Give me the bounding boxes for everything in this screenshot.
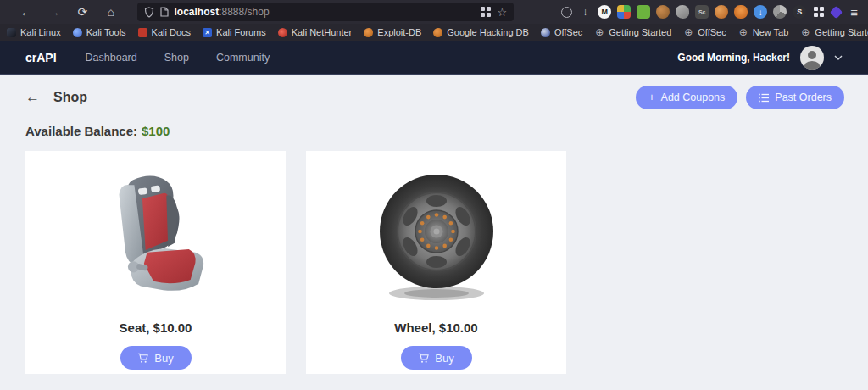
page-back-icon[interactable]: ← [25, 89, 40, 106]
back-icon[interactable]: ← [19, 4, 33, 20]
page-title: Shop [53, 90, 87, 105]
page-info-icon[interactable] [160, 7, 169, 17]
bookmark-label: Kali Docs [152, 27, 191, 37]
bookmarks-bar: Kali Linux Kali Tools Kali Docs ✕Kali Fo… [0, 24, 868, 41]
balance-value: $100 [142, 124, 170, 138]
bookmark-kali-linux[interactable]: Kali Linux [7, 27, 61, 37]
bookmark-label: Google Hacking DB [447, 27, 529, 37]
bookmark-getting-started-1[interactable]: ⊕Getting Started [594, 27, 671, 37]
buy-label: Buy [154, 352, 173, 365]
wallet-extension-icon[interactable] [637, 5, 650, 19]
balance-label: Available Balance: [25, 124, 137, 138]
exploit-db-bird-icon [364, 28, 373, 37]
bookmark-offsec-2[interactable]: ⊕OffSec [683, 27, 726, 37]
kali-dragon-icon [7, 28, 16, 37]
bookmark-label: Kali Forums [216, 27, 266, 37]
avatar[interactable] [800, 46, 824, 70]
product-card-seat: Seat, $10.00 Buy [25, 151, 286, 374]
home-icon[interactable]: ⌂ [103, 4, 118, 20]
browser-toolbar: ← → ⟳ ⌂ localhost:8888/shop ☆ ↓ M Sc ↓ S… [0, 0, 868, 24]
past-orders-button[interactable]: Past Orders [746, 86, 844, 109]
buy-button-seat[interactable]: Buy [120, 346, 192, 370]
reload-icon[interactable]: ⟳ [75, 4, 90, 20]
product-name: Wheel, $10.00 [394, 320, 477, 335]
shop-page: ← Shop + Add Coupons Past Orders Availab… [0, 75, 868, 389]
bookmark-star-icon[interactable]: ☆ [498, 6, 508, 19]
buy-label: Buy [435, 352, 453, 365]
wheel-extension-icon[interactable] [773, 5, 787, 19]
kali-forums-icon: ✕ [203, 28, 212, 37]
url-bar[interactable]: localhost:8888/shop ☆ [137, 3, 515, 21]
chevron-down-icon[interactable] [834, 55, 843, 60]
bookmark-google-hacking-db[interactable]: Google Hacking DB [433, 27, 529, 37]
wheel-product-image [369, 158, 504, 309]
bookmark-label: OffSec [554, 27, 582, 37]
shark-extension-icon[interactable] [676, 5, 689, 19]
greeting-text: Good Morning, Hacker! [677, 52, 790, 64]
cookie-editor-icon[interactable] [656, 5, 670, 19]
crapi-logo[interactable]: crAPI [25, 51, 57, 64]
bookmark-new-tab[interactable]: ⊕New Tab [738, 27, 789, 37]
add-coupons-button[interactable]: + Add Coupons [636, 86, 737, 109]
containers-icon[interactable] [481, 7, 491, 17]
sc-extension-icon[interactable]: Sc [695, 5, 709, 19]
bookmark-label: New Tab [753, 27, 789, 37]
bookmark-getting-started-2[interactable]: ⊕Getting Started [800, 27, 868, 37]
add-coupons-label: Add Coupons [661, 92, 726, 103]
product-card-wheel: Wheel, $10.00 Buy [306, 151, 566, 374]
globe-icon: ⊕ [683, 27, 693, 37]
bookmark-label: Exploit-DB [377, 27, 421, 37]
app-navbar: crAPI Dashboard Shop Community Good Morn… [0, 41, 868, 75]
bookmark-exploit-db[interactable]: Exploit-DB [364, 27, 421, 37]
bookmark-offsec[interactable]: OffSec [541, 27, 582, 37]
offsec-orb-icon [541, 28, 550, 37]
bookmark-label: Kali Tools [86, 27, 126, 37]
bookmark-label: OffSec [698, 27, 726, 37]
extension-icons: ↓ M Sc ↓ S ≡ [561, 5, 861, 20]
ghdb-bird-icon [433, 28, 442, 37]
globe-icon: ⊕ [594, 27, 604, 37]
orange-extension-icon[interactable] [715, 5, 728, 19]
nav-link-community[interactable]: Community [216, 52, 270, 64]
buy-button-wheel[interactable]: Buy [401, 346, 472, 370]
shodan-icon[interactable]: S [793, 5, 806, 19]
apps-grid-icon[interactable] [812, 5, 826, 19]
cart-icon [418, 353, 429, 364]
bookmark-label: Kali Linux [20, 27, 61, 37]
kali-docs-icon [138, 28, 147, 37]
shield-icon[interactable] [144, 7, 154, 18]
nav-link-dashboard[interactable]: Dashboard [86, 52, 137, 64]
extension-m-icon[interactable]: M [598, 5, 611, 19]
bookmark-label: Getting Started [815, 27, 868, 37]
product-name: Seat, $10.00 [120, 320, 192, 335]
past-orders-label: Past Orders [775, 92, 832, 103]
globe-icon: ⊕ [738, 27, 748, 37]
purple-gem-icon[interactable] [830, 5, 843, 19]
globe-icon: ⊕ [800, 27, 810, 37]
menu-icon[interactable]: ≡ [847, 5, 861, 20]
list-icon [759, 93, 769, 103]
kali-nethunter-icon [278, 28, 287, 37]
hacktools-icon[interactable] [617, 5, 631, 19]
bookmark-kali-forums[interactable]: ✕Kali Forums [203, 27, 266, 37]
url-host: localhost [175, 6, 220, 18]
forward-icon[interactable]: → [47, 4, 61, 20]
plus-icon: + [648, 92, 654, 103]
bookmark-label: Kali NetHunter [292, 27, 353, 37]
bookmark-kali-tools[interactable]: Kali Tools [73, 27, 126, 37]
bookmark-kali-docs[interactable]: Kali Docs [138, 27, 191, 37]
foxyproxy-icon[interactable] [734, 5, 748, 19]
bookmark-label: Getting Started [609, 27, 671, 37]
url-path: :8888/shop [219, 6, 269, 18]
blue-download-icon[interactable]: ↓ [754, 5, 767, 19]
cart-icon [137, 353, 148, 364]
balance-row: Available Balance:$100 [25, 124, 844, 138]
pocket-icon[interactable] [561, 7, 572, 18]
seat-product-image [96, 158, 216, 309]
nav-link-shop[interactable]: Shop [164, 52, 189, 64]
bookmark-kali-nethunter[interactable]: Kali NetHunter [278, 27, 353, 37]
kali-tools-icon [73, 28, 82, 37]
download-icon[interactable]: ↓ [578, 5, 592, 19]
url-text: localhost:8888/shop [175, 6, 481, 18]
